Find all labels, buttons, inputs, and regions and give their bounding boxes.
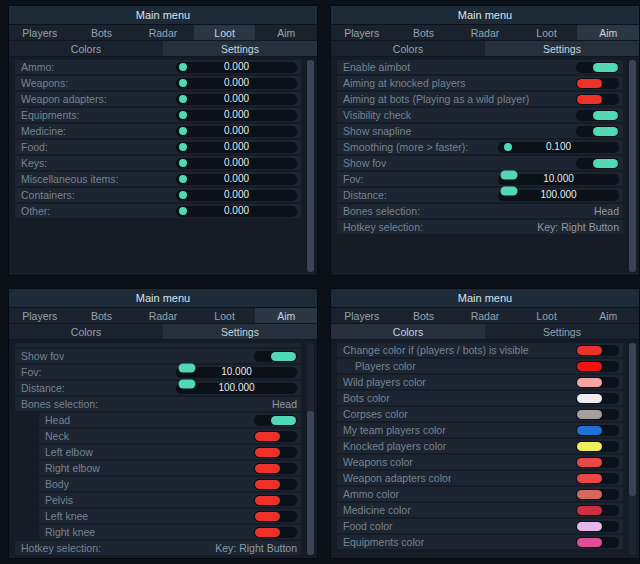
color-swatch-weapons-color[interactable] (576, 457, 619, 468)
row-equipments[interactable]: Equipments:0.000 (15, 108, 301, 122)
slider-ammo[interactable]: 0.000 (176, 62, 297, 73)
slider-knob[interactable] (179, 191, 187, 199)
row-right-elbow[interactable]: Right elbow (39, 461, 301, 475)
row-show-fov[interactable]: Show fov (337, 156, 623, 170)
slider-fov[interactable]: 10.000 (498, 174, 619, 185)
subtab-colors[interactable]: Colors (331, 41, 485, 56)
row-bots-color[interactable]: Bots color (337, 391, 623, 405)
slider-knob[interactable] (179, 63, 187, 71)
color-swatch-medicine-color[interactable] (576, 505, 619, 516)
slider-knob[interactable] (179, 159, 187, 167)
scrollbar-thumb[interactable] (307, 411, 314, 555)
row-keys[interactable]: Keys:0.000 (15, 156, 301, 170)
slider-food[interactable]: 0.000 (176, 142, 297, 153)
slider-knob[interactable] (179, 207, 187, 215)
row-right-knee[interactable]: Right knee (39, 525, 301, 539)
subtab-settings[interactable]: Settings (163, 324, 317, 339)
tab-bots[interactable]: Bots (393, 308, 455, 323)
tab-players[interactable]: Players (331, 308, 393, 323)
row-left-knee[interactable]: Left knee (39, 509, 301, 523)
slider-knob[interactable] (500, 170, 517, 179)
row-neck[interactable]: Neck (39, 429, 301, 443)
row-bones-selection[interactable]: Bones selection:Head (15, 397, 301, 411)
row-fov[interactable]: Fov:10.000 (15, 365, 301, 379)
tab-radar[interactable]: Radar (132, 308, 194, 323)
scrollbar[interactable] (307, 60, 314, 272)
toggle-show-fov[interactable] (254, 351, 297, 362)
combo-value-bones-selection[interactable]: Head (272, 398, 297, 410)
slider-knob[interactable] (179, 95, 187, 103)
tab-bots[interactable]: Bots (71, 25, 133, 40)
row-food-color[interactable]: Food color (337, 519, 623, 533)
row-enable-aimbot[interactable]: Enable aimbot (337, 60, 623, 74)
slider-containers[interactable]: 0.000 (176, 190, 297, 201)
toggle-head[interactable] (254, 415, 297, 426)
row-weapon-adapters-color[interactable]: Weapon adapters color (337, 471, 623, 485)
slider-knob[interactable] (179, 111, 187, 119)
slider-distance[interactable]: 100.000 (176, 383, 297, 394)
row-knocked-players-color[interactable]: Knocked players color (337, 439, 623, 453)
color-swatch-knocked-players-color[interactable] (576, 441, 619, 452)
scrollbar[interactable] (629, 343, 636, 555)
row-equipments-color[interactable]: Equipments color (337, 535, 623, 549)
scrollbar-thumb[interactable] (307, 60, 314, 272)
row-corpses-color[interactable]: Corpses color (337, 407, 623, 421)
slider-other[interactable]: 0.000 (176, 206, 297, 217)
row-aiming-at-bots-playing-as-a-wild-player[interactable]: Aiming at bots (Playing as a wild player… (337, 92, 623, 106)
scrollbar[interactable] (629, 60, 636, 272)
slider-distance[interactable]: 100.000 (498, 190, 619, 201)
row-distance[interactable]: Distance:100.000 (337, 188, 623, 202)
color-swatch-food-color[interactable] (576, 521, 619, 532)
row-body[interactable]: Body (39, 477, 301, 491)
row-ammo-color[interactable]: Ammo color (337, 487, 623, 501)
row-smoothing-more-faster[interactable]: Smoothing (more > faster):0.100 (337, 140, 623, 154)
row-left-elbow[interactable]: Left elbow (39, 445, 301, 459)
row-miscellaneous-items[interactable]: Miscellaneous items:0.000 (15, 172, 301, 186)
tab-loot[interactable]: Loot (194, 308, 256, 323)
row-weapons[interactable]: Weapons:0.000 (15, 76, 301, 90)
toggle-aiming-at-knocked-players[interactable] (576, 78, 619, 89)
combo-value-bones-selection[interactable]: Head (594, 205, 619, 217)
tab-aim[interactable]: Aim (255, 308, 317, 323)
color-swatch-wild-players-color[interactable] (576, 377, 619, 388)
scrollbar[interactable] (307, 343, 314, 555)
row-players-color[interactable]: Players color (337, 359, 623, 373)
combo-value-hotkey-selection[interactable]: Key: Right Button (537, 221, 619, 233)
tab-aim[interactable]: Aim (255, 25, 317, 40)
row-aiming-at-knocked-players[interactable]: Aiming at knocked players (337, 76, 623, 90)
tab-loot[interactable]: Loot (516, 308, 578, 323)
subtab-settings[interactable]: Settings (485, 41, 639, 56)
slider-medicine[interactable]: 0.000 (176, 126, 297, 137)
subtab-settings[interactable]: Settings (485, 324, 639, 339)
color-swatch-change-color-if-players-bots-is-visible[interactable] (576, 345, 619, 356)
toggle-left-elbow[interactable] (254, 447, 297, 458)
tab-aim[interactable]: Aim (577, 308, 639, 323)
row-hotkey-selection[interactable]: Hotkey selection:Key: Right Button (15, 541, 301, 555)
row-pelvis[interactable]: Pelvis (39, 493, 301, 507)
row-medicine-color[interactable]: Medicine color (337, 503, 623, 517)
tab-loot[interactable]: Loot (516, 25, 578, 40)
slider-miscellaneous-items[interactable]: 0.000 (176, 174, 297, 185)
tab-radar[interactable]: Radar (454, 25, 516, 40)
scrollbar-thumb[interactable] (629, 343, 636, 496)
row-show-snapline[interactable]: Show snapline (337, 124, 623, 138)
toggle-aiming-at-bots-playing-as-a-wild-player[interactable] (576, 94, 619, 105)
toggle-right-elbow[interactable] (254, 463, 297, 474)
slider-knob[interactable] (179, 175, 187, 183)
window-titlebar[interactable]: Main menu (9, 289, 317, 308)
tab-bots[interactable]: Bots (393, 25, 455, 40)
slider-keys[interactable]: 0.000 (176, 158, 297, 169)
row-ammo[interactable]: Ammo:0.000 (15, 60, 301, 74)
tab-radar[interactable]: Radar (454, 308, 516, 323)
row-food[interactable]: Food:0.000 (15, 140, 301, 154)
toggle-visibility-check[interactable] (576, 110, 619, 121)
toggle-body[interactable] (254, 479, 297, 490)
combo-value-hotkey-selection[interactable]: Key: Right Button (215, 542, 297, 554)
color-swatch-corpses-color[interactable] (576, 409, 619, 420)
toggle-enable-aimbot[interactable] (576, 62, 619, 73)
row-head[interactable]: Head (39, 413, 301, 427)
row-distance[interactable]: Distance:100.000 (15, 381, 301, 395)
row-medicine[interactable]: Medicine:0.000 (15, 124, 301, 138)
row-visibility-check[interactable]: Visibility check (337, 108, 623, 122)
row-weapon-adapters[interactable]: Weapon adapters:0.000 (15, 92, 301, 106)
